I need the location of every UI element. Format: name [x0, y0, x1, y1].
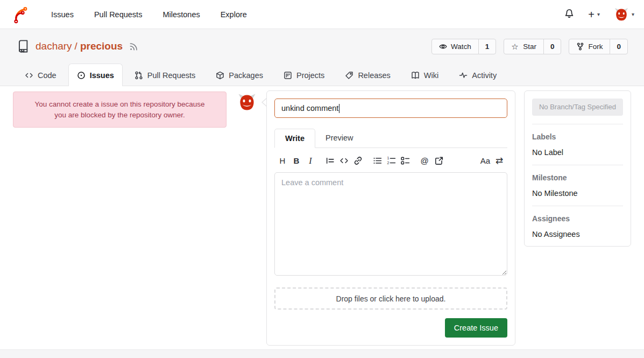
italic-icon: I	[309, 156, 312, 166]
repository-icon	[16, 39, 30, 53]
star-icon: ☆	[511, 43, 519, 51]
chevron-down-icon: ▾	[632, 11, 634, 17]
heading-icon: H	[280, 156, 286, 165]
nav-link-explore[interactable]: Explore	[210, 10, 257, 19]
rss-feed-icon[interactable]	[129, 42, 138, 51]
tab-releases[interactable]: Releases	[336, 64, 399, 86]
ordered-list-button[interactable]: 1 2	[384, 156, 398, 165]
tab-issues[interactable]: Issues	[68, 64, 123, 87]
tab-pull-requests[interactable]: Pull Requests	[126, 64, 204, 86]
fork-button[interactable]: Fork 0	[569, 39, 628, 54]
tab-packages[interactable]: Packages	[207, 64, 272, 86]
tab-projects[interactable]: Projects	[275, 64, 333, 86]
issue-title-input[interactable]: unkind comment	[274, 99, 507, 118]
forgejo-logo-icon[interactable]	[10, 5, 29, 24]
create-issue-button[interactable]: Create Issue	[445, 318, 507, 338]
tab-wiki[interactable]: Wiki	[402, 64, 447, 86]
task-list-icon	[401, 156, 410, 165]
poster-avatar	[237, 93, 257, 112]
tab-preview[interactable]: Preview	[315, 129, 364, 148]
code-icon	[339, 156, 349, 165]
branch-tag-button: No Branch/Tag Specified	[532, 99, 623, 116]
star-button[interactable]: ☆ Star 0	[504, 39, 561, 54]
quote-button[interactable]	[323, 156, 337, 165]
unordered-list-button[interactable]	[370, 156, 384, 165]
top-navbar: Issues Pull Requests Milestones Explore …	[0, 0, 644, 29]
repo-name-link[interactable]: precious	[80, 40, 123, 52]
fork-count[interactable]: 0	[610, 39, 627, 54]
link-button[interactable]	[351, 156, 365, 165]
heading-button[interactable]: H	[275, 156, 289, 165]
nav-link-pull-requests[interactable]: Pull Requests	[84, 10, 152, 19]
divider	[532, 124, 623, 124]
repo-owner-link[interactable]: dachary	[36, 40, 72, 52]
navbar-right: + ▾ ▾	[564, 7, 634, 22]
font-size-button[interactable]: Aa	[478, 155, 492, 166]
issue-sidebar: No Branch/Tag Specified Labels No Label …	[524, 90, 631, 247]
svg-text:1: 1	[387, 156, 389, 160]
markdown-toolbar: H B I	[274, 148, 507, 172]
editor-tab-bar: Write Preview	[274, 129, 507, 148]
file-dropzone[interactable]: Drop files or click here to upload.	[274, 287, 507, 310]
user-menu[interactable]: ▾	[614, 7, 634, 22]
repo-header: dachary/precious Watch	[0, 29, 644, 86]
repo-tab-bar: Code Issues Pull Requests Packages	[16, 64, 628, 86]
user-avatar	[614, 7, 629, 22]
fork-icon	[576, 43, 584, 51]
watch-button[interactable]: Watch 1	[431, 39, 496, 54]
comment-card-arrow	[261, 98, 266, 107]
mention-button[interactable]: @	[417, 156, 431, 165]
star-count[interactable]: 0	[543, 39, 561, 54]
nav-link-issues[interactable]: Issues	[41, 10, 84, 19]
chevron-down-icon: ▾	[597, 11, 600, 17]
bold-button[interactable]: B	[289, 156, 303, 165]
main-content: You cannot create a issue on this reposi…	[0, 86, 644, 349]
notifications-button[interactable]	[564, 9, 574, 20]
breadcrumb-separator: /	[75, 40, 77, 52]
italic-button[interactable]: I	[303, 156, 317, 166]
comment-textarea[interactable]	[274, 172, 507, 276]
reference-button[interactable]	[431, 156, 445, 165]
new-issue-form: unkind comment Write Preview H B I	[266, 90, 515, 346]
task-list-button[interactable]	[398, 156, 412, 165]
quote-icon	[325, 156, 335, 165]
repo-actions: Watch 1 ☆ Star 0	[431, 39, 628, 54]
link-icon	[353, 156, 363, 165]
footer-strip	[0, 349, 644, 358]
pull-request-icon	[135, 71, 143, 80]
create-new-menu[interactable]: + ▾	[588, 9, 600, 20]
code-button[interactable]	[337, 156, 351, 165]
issue-title-value: unkind comment	[281, 104, 338, 113]
assignees-value: No Assignees	[532, 230, 623, 238]
milestone-heading[interactable]: Milestone	[532, 173, 623, 182]
switch-editor-icon: ⇄	[496, 155, 503, 166]
milestone-value: No Milestone	[532, 189, 623, 198]
watch-count[interactable]: 1	[478, 39, 496, 54]
assignees-heading[interactable]: Assignees	[532, 214, 623, 223]
ordered-list-icon: 1 2	[387, 156, 396, 165]
bell-icon	[564, 9, 574, 20]
font-size-icon: Aa	[480, 156, 490, 165]
divider	[532, 206, 623, 206]
tab-write[interactable]: Write	[274, 129, 315, 148]
labels-heading[interactable]: Labels	[532, 132, 623, 141]
issue-icon	[77, 71, 86, 80]
code-icon	[25, 71, 33, 80]
repo-breadcrumb: dachary/precious	[36, 40, 123, 52]
unordered-list-icon	[373, 156, 382, 165]
activity-pulse-icon	[459, 71, 468, 80]
svg-text:2: 2	[387, 161, 389, 165]
book-icon	[411, 71, 420, 80]
project-board-icon	[284, 71, 292, 80]
tab-code[interactable]: Code	[16, 64, 65, 86]
labels-value: No Label	[532, 148, 623, 157]
package-icon	[216, 71, 224, 80]
divider	[532, 165, 623, 165]
blocked-error-message: You cannot create a issue on this reposi…	[13, 92, 227, 128]
plus-icon: +	[588, 9, 595, 20]
tab-activity[interactable]: Activity	[450, 64, 505, 86]
text-cursor	[339, 104, 339, 113]
switch-editor-button[interactable]: ⇄	[492, 155, 506, 166]
nav-link-milestones[interactable]: Milestones	[152, 10, 210, 19]
bold-icon: B	[294, 156, 300, 165]
